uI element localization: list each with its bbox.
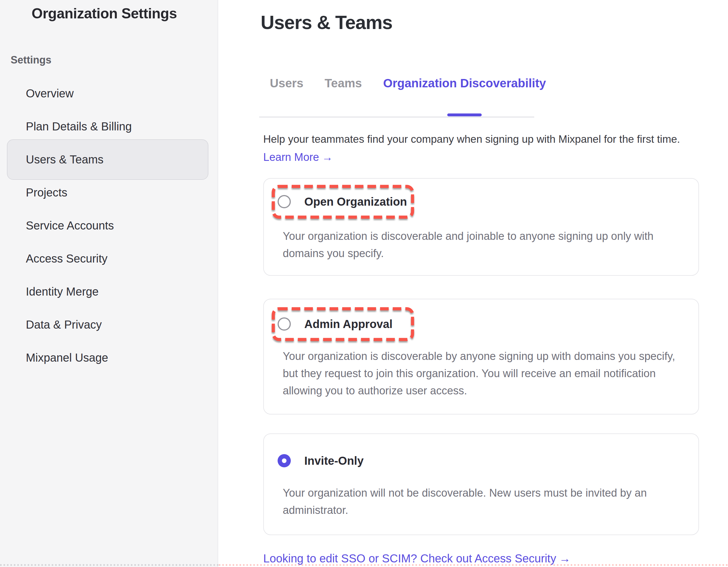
option-row: Admin Approval <box>278 318 392 331</box>
learn-more-label: Learn More <box>263 151 319 163</box>
option-row: Invite-Only <box>278 454 364 467</box>
sidebar-item-identity-merge[interactable]: Identity Merge <box>0 275 218 308</box>
sidebar-title: Organization Settings <box>32 5 177 22</box>
option-description: Your organization is discoverable and jo… <box>283 227 685 262</box>
arrow-right-icon: → <box>559 552 570 565</box>
arrow-right-icon: → <box>322 151 333 163</box>
option-card-admin-approval: Admin Approval Your organization is disc… <box>263 299 699 415</box>
radio-invite-only[interactable] <box>278 454 291 467</box>
page-title: Users & Teams <box>261 11 392 33</box>
tab-teams[interactable]: Teams <box>314 75 373 116</box>
annotation-dotted-line-sidebar <box>0 564 219 566</box>
sidebar-item-access-security[interactable]: Access Security <box>0 242 218 275</box>
sidebar: Organization Settings Settings Overview … <box>0 0 218 567</box>
option-card-invite-only: Invite-Only Your organization will not b… <box>263 434 699 535</box>
option-label[interactable]: Admin Approval <box>304 318 392 331</box>
option-card-open-organization: Open Organization Your organization is d… <box>263 178 699 276</box>
option-description: Your organization is discoverable by any… <box>283 348 685 399</box>
sidebar-nav: Overview Plan Details & Billing Users & … <box>0 77 218 374</box>
sidebar-item-plan-details-billing[interactable]: Plan Details & Billing <box>0 110 218 143</box>
sidebar-item-data-privacy[interactable]: Data & Privacy <box>0 308 218 341</box>
tab-users[interactable]: Users <box>259 75 314 116</box>
annotation-dotted-line <box>219 564 728 566</box>
sidebar-item-mixpanel-usage[interactable]: Mixpanel Usage <box>0 341 218 374</box>
organization-settings-page: Organization Settings Settings Overview … <box>0 0 728 567</box>
access-security-link[interactable]: Looking to edit SSO or SCIM? Check out A… <box>263 552 570 565</box>
access-security-link-label: Looking to edit SSO or SCIM? Check out A… <box>263 552 556 565</box>
option-description: Your organization will not be discoverab… <box>283 484 685 519</box>
intro-text: Help your teammates find your company wh… <box>263 133 680 145</box>
option-label[interactable]: Invite-Only <box>304 454 364 467</box>
tab-bar: Users Teams Organization Discoverability <box>259 75 534 118</box>
learn-more-link[interactable]: Learn More→ <box>263 151 333 163</box>
sidebar-section-label: Settings <box>11 54 51 66</box>
option-label[interactable]: Open Organization <box>304 195 407 208</box>
radio-admin-approval[interactable] <box>278 318 291 331</box>
tab-organization-discoverability[interactable]: Organization Discoverability <box>373 75 557 116</box>
option-row: Open Organization <box>278 195 407 208</box>
sidebar-item-projects[interactable]: Projects <box>0 176 218 209</box>
sidebar-item-service-accounts[interactable]: Service Accounts <box>0 209 218 242</box>
radio-open-organization[interactable] <box>278 195 291 208</box>
sidebar-item-overview[interactable]: Overview <box>0 77 218 110</box>
sidebar-item-users-teams[interactable]: Users & Teams <box>0 143 218 176</box>
